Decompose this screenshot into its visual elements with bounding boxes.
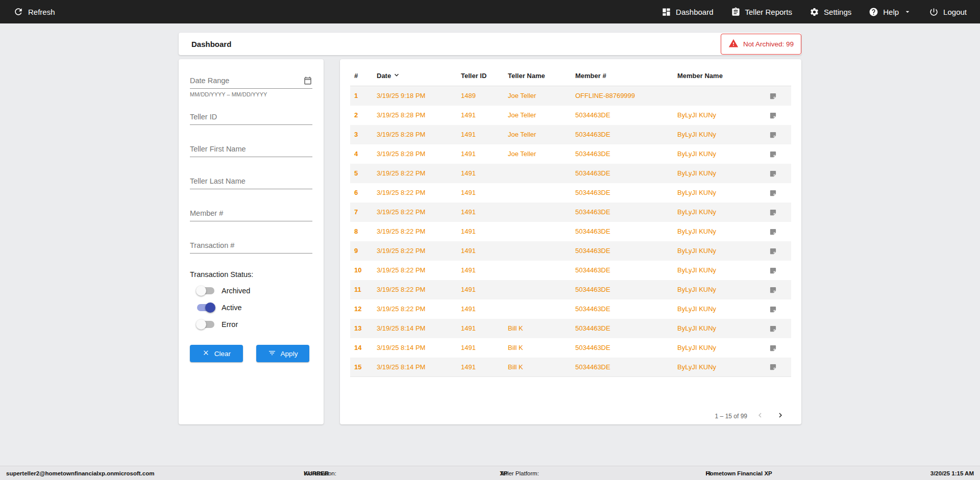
transaction-number-input[interactable] — [190, 238, 312, 254]
cell-num: 2 — [350, 106, 373, 125]
col-member-number: Member # — [571, 65, 673, 86]
power-icon — [929, 7, 939, 17]
refresh-button[interactable]: Refresh — [13, 7, 55, 17]
teller-id-input[interactable] — [190, 110, 312, 125]
cell-tname — [504, 203, 571, 222]
error-toggle-label: Error — [222, 320, 238, 329]
nav-teller-reports-label: Teller Reports — [745, 8, 793, 16]
nav-teller-reports[interactable]: Teller Reports — [731, 7, 793, 17]
next-page-button[interactable] — [773, 408, 788, 424]
note-icon[interactable] — [754, 319, 791, 338]
table-row[interactable]: 113/19/25 8:22 PM14915034463DEByLyJI KUN… — [350, 280, 791, 299]
active-toggle-label: Active — [222, 304, 242, 312]
col-number: # — [350, 65, 373, 86]
date-range-hint: MM/DD/YYYY – MM/DD/YYYY — [190, 91, 312, 97]
cell-mnum: 5034463DE — [571, 144, 673, 164]
cell-tid: 1491 — [457, 299, 504, 319]
cell-tname: Bill K — [504, 338, 571, 358]
note-icon[interactable] — [754, 125, 791, 144]
calendar-icon[interactable] — [303, 76, 312, 87]
cell-tid: 1491 — [457, 280, 504, 299]
warning-icon — [728, 38, 739, 50]
cell-num: 6 — [350, 183, 373, 203]
logged-in-user: superteller2@hometownfinancialxp.onmicro… — [6, 470, 154, 476]
note-icon[interactable] — [754, 164, 791, 183]
cell-mname: ByLyJI KUNy — [673, 144, 754, 164]
nav-settings-label: Settings — [824, 8, 851, 16]
clear-button[interactable]: Clear — [190, 345, 243, 362]
table-row[interactable]: 123/19/25 8:22 PM14915034463DEByLyJI KUN… — [350, 299, 791, 319]
close-icon — [202, 349, 210, 358]
note-icon[interactable] — [754, 241, 791, 261]
apply-button[interactable]: Apply — [256, 345, 309, 362]
cell-num: 10 — [350, 261, 373, 280]
date-range-input[interactable] — [190, 73, 312, 89]
archived-toggle[interactable] — [197, 287, 214, 294]
cell-tid: 1489 — [457, 86, 504, 106]
note-icon[interactable] — [754, 261, 791, 280]
note-icon[interactable] — [754, 86, 791, 106]
error-toggle[interactable] — [197, 321, 214, 328]
nav-settings[interactable]: Settings — [810, 7, 851, 17]
note-icon[interactable] — [754, 222, 791, 241]
cell-tid: 1491 — [457, 241, 504, 261]
topbar-nav: Dashboard Teller Reports Settings Help — [662, 7, 967, 17]
note-icon[interactable] — [754, 106, 791, 125]
teller-last-name-input[interactable] — [190, 174, 312, 189]
note-icon[interactable] — [754, 358, 791, 377]
table-row[interactable]: 153/19/25 8:14 PM1491Bill K5034463DEByLy… — [350, 358, 791, 377]
col-date-label: Date — [377, 72, 391, 80]
table-row[interactable]: 53/19/25 8:22 PM14915034463DEByLyJI KUNy — [350, 164, 791, 183]
note-icon[interactable] — [754, 144, 791, 164]
cell-mnum: 5034463DE — [571, 261, 673, 280]
cell-tname — [504, 183, 571, 203]
cell-tname: Bill K — [504, 319, 571, 338]
cell-tid: 1491 — [457, 144, 504, 164]
note-icon[interactable] — [754, 280, 791, 299]
cell-mnum: 5034463DE — [571, 241, 673, 261]
cell-date: 3/19/25 8:22 PM — [373, 299, 457, 319]
status-bar: superteller2@hometownfinancialxp.onmicro… — [0, 466, 980, 480]
cell-mname: ByLyJI KUNy — [673, 183, 754, 203]
note-icon[interactable] — [754, 203, 791, 222]
table-row[interactable]: 143/19/25 8:14 PM1491Bill K5034463DEByLy… — [350, 338, 791, 358]
nav-help[interactable]: Help — [869, 7, 912, 17]
table-row[interactable]: 23/19/25 8:28 PM1491Joe Teller5034463DEB… — [350, 106, 791, 125]
note-icon[interactable] — [754, 183, 791, 203]
table-row[interactable]: 63/19/25 8:22 PM14915034463DEByLyJI KUNy — [350, 183, 791, 203]
table-row[interactable]: 13/19/25 9:18 PM1489Joe TellerOFFLINE-88… — [350, 86, 791, 106]
cell-num: 12 — [350, 299, 373, 319]
cell-tname — [504, 299, 571, 319]
cell-mname: ByLyJI KUNy — [673, 358, 754, 377]
table-row[interactable]: 103/19/25 8:22 PM14915034463DEByLyJI KUN… — [350, 261, 791, 280]
note-icon[interactable] — [754, 338, 791, 358]
member-number-input[interactable] — [190, 206, 312, 221]
note-icon[interactable] — [754, 299, 791, 319]
cell-date: 3/19/25 8:22 PM — [373, 261, 457, 280]
dashboard-icon — [662, 7, 671, 17]
cell-tid: 1491 — [457, 261, 504, 280]
nav-logout[interactable]: Logout — [929, 7, 967, 17]
table-row[interactable]: 83/19/25 8:22 PM14915034463DEByLyJI KUNy — [350, 222, 791, 241]
table-body: 13/19/25 9:18 PM1489Joe TellerOFFLINE-88… — [350, 86, 791, 377]
table-row[interactable]: 93/19/25 8:22 PM14915034463DEByLyJI KUNy — [350, 241, 791, 261]
cell-tname — [504, 241, 571, 261]
active-toggle[interactable] — [197, 304, 214, 311]
table-row[interactable]: 133/19/25 8:14 PM1491Bill K5034463DEByLy… — [350, 319, 791, 338]
teller-first-name-input[interactable] — [190, 142, 312, 157]
page-title: Dashboard — [191, 40, 231, 48]
table-row[interactable]: 43/19/25 8:28 PM1491Joe Teller5034463DEB… — [350, 144, 791, 164]
table-row[interactable]: 33/19/25 8:28 PM1491Joe Teller5034463DEB… — [350, 125, 791, 144]
workstation-status: Workstation: KURRER — [304, 470, 329, 476]
table-row[interactable]: 73/19/25 8:22 PM14915034463DEByLyJI KUNy — [350, 203, 791, 222]
prev-page-button[interactable] — [752, 408, 768, 424]
refresh-label: Refresh — [28, 8, 55, 16]
not-archived-badge[interactable]: Not Archived: 99 — [721, 34, 801, 55]
cell-mname: ByLyJI KUNy — [673, 106, 754, 125]
cell-mnum: 5034463DE — [571, 106, 673, 125]
nav-dashboard[interactable]: Dashboard — [662, 7, 713, 17]
col-teller-id: Teller ID — [457, 65, 504, 86]
page-header: Dashboard Not Archived: 99 — [179, 33, 801, 55]
col-date[interactable]: Date — [373, 65, 457, 86]
cell-mname: ByLyJI KUNy — [673, 338, 754, 358]
